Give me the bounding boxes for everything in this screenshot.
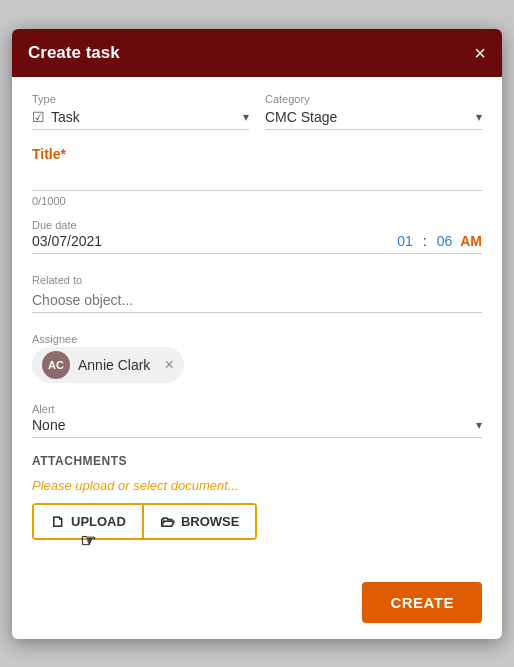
alert-label: Alert [32,403,55,415]
attachments-label: ATTACHMENTS [32,454,482,468]
due-date-section: Due date 03/07/2021 01 : 06 AM [32,215,482,254]
browse-button[interactable]: 🗁 BROWSE [144,505,256,538]
type-select[interactable]: ☑ Task ▾ [32,109,249,130]
assignee-name: Annie Clark [78,357,150,373]
due-hour: 01 [397,233,413,249]
avatar: AC [42,351,70,379]
create-task-dialog: Create task × Type ☑ Task ▾ Category CMC… [12,29,502,639]
title-input[interactable] [32,166,482,191]
dialog-body: Type ☑ Task ▾ Category CMC Stage ▾ Title… [12,77,502,572]
assignee-label: Assignee [32,333,77,345]
type-field: Type ☑ Task ▾ [32,93,249,130]
attachments-section: ATTACHMENTS Please upload or select docu… [32,454,482,540]
type-chevron-icon: ▾ [243,110,249,124]
title-label: Title* [32,146,482,162]
avatar-initials: AC [48,359,64,371]
upload-hint: Please upload or select document... [32,478,482,493]
dialog-title: Create task [28,43,120,63]
browse-folder-icon: 🗁 [160,513,175,530]
category-field: Category CMC Stage ▾ [265,93,482,130]
task-checkbox-icon: ☑ [32,109,45,125]
category-label: Category [265,93,482,105]
alert-value: None [32,417,476,433]
char-count: 0/1000 [32,195,482,207]
related-section: Related to [32,270,482,313]
related-input[interactable] [32,288,482,313]
upload-button[interactable]: 🗋 UPLOAD ☞ [34,505,144,538]
type-category-row: Type ☑ Task ▾ Category CMC Stage ▾ [32,93,482,130]
due-ampm: AM [460,233,482,249]
upload-buttons-container: 🗋 UPLOAD ☞ 🗁 BROWSE [32,503,257,540]
category-value: CMC Stage [265,109,476,125]
upload-file-icon: 🗋 [50,513,65,530]
upload-label: UPLOAD [71,514,126,529]
category-select[interactable]: CMC Stage ▾ [265,109,482,130]
close-button[interactable]: × [474,43,486,63]
remove-assignee-button[interactable]: × [164,356,173,374]
type-label: Type [32,93,249,105]
due-date-row[interactable]: 03/07/2021 01 : 06 AM [32,233,482,254]
type-value: Task [51,109,243,125]
time-separator: : [423,233,427,249]
dialog-footer: CREATE [12,572,502,639]
category-chevron-icon: ▾ [476,110,482,124]
due-minute: 06 [437,233,453,249]
cursor-icon: ☞ [80,530,96,552]
alert-chevron-icon: ▾ [476,418,482,432]
related-label: Related to [32,274,82,286]
assignee-section: Assignee AC Annie Clark × [32,329,482,383]
dialog-header: Create task × [12,29,502,77]
create-button[interactable]: CREATE [362,582,482,623]
assignee-chip: AC Annie Clark × [32,347,184,383]
alert-section: Alert None ▾ [32,399,482,438]
due-date-label: Due date [32,219,77,231]
due-date-value: 03/07/2021 [32,233,389,249]
alert-select[interactable]: None ▾ [32,417,482,438]
title-section: Title* 0/1000 [32,146,482,207]
browse-label: BROWSE [181,514,240,529]
